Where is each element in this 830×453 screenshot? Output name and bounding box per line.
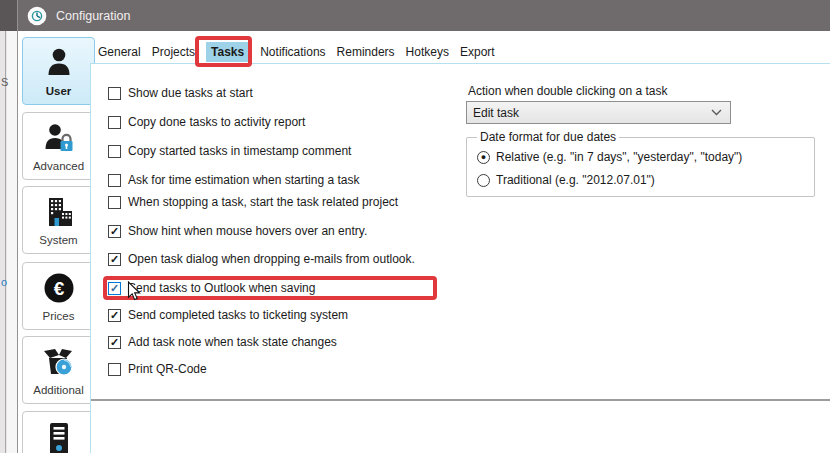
checkbox-print-qr-code[interactable]: Print QR-Code bbox=[108, 358, 207, 380]
tab-reminders[interactable]: Reminders bbox=[337, 45, 395, 59]
window-title: Configuration bbox=[56, 9, 130, 23]
double-click-action-label: Action when double clicking on a task bbox=[468, 84, 667, 98]
date-format-groupbox: Date format for due dates bbox=[466, 137, 815, 197]
background-text-fragment: o bbox=[1, 276, 7, 288]
radio-relative-date[interactable]: ● Relative (e.g. "in 7 days", "yesterday… bbox=[477, 149, 742, 165]
radio-label: Traditional (e.g. "2012.07.01") bbox=[496, 173, 655, 187]
tab-notifications[interactable]: Notifications bbox=[260, 45, 325, 59]
sidebar-item-user[interactable]: User bbox=[22, 37, 95, 105]
checkbox-box[interactable] bbox=[108, 174, 121, 187]
checkbox-box[interactable] bbox=[108, 116, 121, 129]
background-window-corner bbox=[0, 0, 18, 31]
sidebar-item-label: Prices bbox=[43, 310, 75, 322]
checkbox-open-task-dialog-emails[interactable]: ✓ Open task dialog when dropping e-mails… bbox=[108, 248, 415, 270]
sidebar-item-partial[interactable] bbox=[22, 411, 95, 453]
buildings-icon bbox=[43, 196, 75, 228]
checkbox-label: Copy done tasks to activity report bbox=[128, 115, 305, 129]
sidebar-item-label: Advanced bbox=[33, 160, 84, 172]
tab-strip: General Projects Tasks Notifications Rem… bbox=[98, 41, 495, 63]
double-click-action-dropdown[interactable]: Edit task bbox=[466, 101, 731, 124]
radio-traditional-date[interactable]: Traditional (e.g. "2012.07.01") bbox=[477, 172, 655, 188]
checkbox-copy-done-tasks[interactable]: Copy done tasks to activity report bbox=[108, 111, 305, 133]
background-window-strip: S o bbox=[0, 0, 18, 453]
checkbox-label: Send completed tasks to ticketing system bbox=[128, 308, 348, 322]
radio-circle[interactable]: ● bbox=[477, 151, 490, 164]
checkbox-box[interactable]: ✓ bbox=[108, 282, 121, 295]
checkbox-label: Show due tasks at start bbox=[128, 86, 253, 100]
dropdown-value: Edit task bbox=[473, 106, 711, 120]
checkbox-label: Print QR-Code bbox=[128, 362, 207, 376]
checkbox-label: Add task note when task state changes bbox=[128, 335, 337, 349]
user-icon bbox=[44, 47, 74, 79]
computer-tower-icon bbox=[44, 421, 74, 453]
checkbox-show-due-tasks[interactable]: Show due tasks at start bbox=[108, 82, 253, 104]
sidebar-item-advanced[interactable]: Advanced bbox=[22, 112, 95, 180]
tab-projects[interactable]: Projects bbox=[152, 45, 195, 59]
checkbox-when-stopping-task[interactable]: When stopping a task, start the task rel… bbox=[108, 191, 398, 213]
radio-label: Relative (e.g. "in 7 days", "yesterday",… bbox=[496, 150, 742, 164]
checkbox-box[interactable] bbox=[108, 196, 121, 209]
checkbox-label: Send tasks to Outlook when saving bbox=[128, 281, 315, 295]
checkbox-box[interactable] bbox=[108, 87, 121, 100]
title-bar[interactable]: Configuration bbox=[18, 0, 830, 31]
checkbox-label: When stopping a task, start the task rel… bbox=[128, 195, 398, 209]
sidebar-item-additional[interactable]: Additional bbox=[22, 336, 95, 404]
euro-coin-icon: € bbox=[43, 272, 75, 304]
section-divider bbox=[91, 399, 830, 401]
background-window-divider bbox=[5, 31, 6, 453]
software-box-icon bbox=[42, 346, 76, 378]
checkbox-box[interactable]: ✓ bbox=[108, 336, 121, 349]
screen: S o Configuration User bbox=[0, 0, 830, 453]
tab-tasks[interactable]: Tasks bbox=[206, 42, 249, 62]
sidebar-item-label: Additional bbox=[33, 384, 84, 396]
checkbox-box[interactable]: ✓ bbox=[108, 253, 121, 266]
checkbox-box[interactable] bbox=[108, 363, 121, 376]
checkbox-send-completed-ticketing[interactable]: ✓ Send completed tasks to ticketing syst… bbox=[108, 304, 348, 326]
background-window-band bbox=[7, 31, 17, 453]
clock-icon bbox=[27, 6, 47, 26]
checkbox-copy-started-tasks[interactable]: Copy started tasks in timestamp comment bbox=[108, 140, 351, 162]
checkbox-show-hint-hover[interactable]: ✓ Show hint when mouse hovers over an en… bbox=[108, 220, 367, 242]
background-text-fragment: S bbox=[1, 76, 8, 88]
checkbox-box[interactable]: ✓ bbox=[108, 309, 121, 322]
sidebar-item-system[interactable]: System bbox=[22, 186, 95, 254]
user-lock-icon bbox=[43, 122, 75, 154]
mouse-cursor bbox=[127, 281, 141, 301]
checkbox-add-task-note[interactable]: ✓ Add task note when task state changes bbox=[108, 331, 337, 353]
date-format-group-title: Date format for due dates bbox=[477, 130, 619, 144]
checkbox-box[interactable] bbox=[108, 145, 121, 158]
checkbox-label: Show hint when mouse hovers over an entr… bbox=[128, 224, 367, 238]
tab-general[interactable]: General bbox=[98, 45, 141, 59]
checkbox-label: Ask for time estimation when starting a … bbox=[128, 173, 359, 187]
sidebar-item-label: System bbox=[39, 234, 77, 246]
chevron-down-icon bbox=[711, 109, 722, 116]
radio-circle[interactable] bbox=[477, 174, 490, 187]
sidebar-item-label: User bbox=[46, 85, 72, 97]
sidebar-item-prices[interactable]: € Prices bbox=[22, 262, 95, 330]
checkbox-label: Copy started tasks in timestamp comment bbox=[128, 144, 351, 158]
tab-hotkeys[interactable]: Hotkeys bbox=[406, 45, 449, 59]
tab-export[interactable]: Export bbox=[460, 45, 495, 59]
svg-text:€: € bbox=[53, 278, 64, 299]
checkbox-box[interactable]: ✓ bbox=[108, 225, 121, 238]
checkbox-ask-time-estimation[interactable]: Ask for time estimation when starting a … bbox=[108, 169, 359, 191]
checkbox-label: Open task dialog when dropping e-mails f… bbox=[128, 252, 415, 266]
